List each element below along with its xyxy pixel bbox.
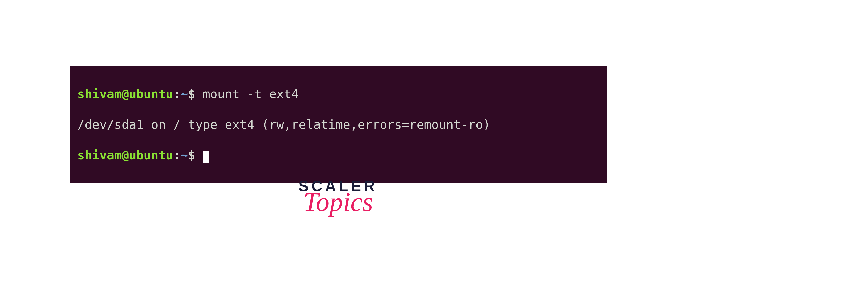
prompt-user: shivam@ubuntu bbox=[77, 148, 173, 162]
terminal-line-2: /dev/sda1 on / type ext4 (rw,relatime,er… bbox=[77, 117, 599, 132]
terminal-window[interactable]: shivam@ubuntu:~$ mount -t ext4 /dev/sda1… bbox=[70, 66, 607, 183]
prompt-user: shivam@ubuntu bbox=[77, 87, 173, 101]
prompt-path: ~ bbox=[181, 148, 188, 162]
prompt-colon: : bbox=[173, 87, 181, 101]
terminal-line-3: shivam@ubuntu:~$ bbox=[77, 148, 599, 163]
prompt-dollar: $ bbox=[188, 87, 203, 101]
terminal-line-1: shivam@ubuntu:~$ mount -t ext4 bbox=[77, 86, 599, 101]
prompt-path: ~ bbox=[181, 87, 188, 101]
prompt-colon: : bbox=[173, 148, 181, 162]
command-output: /dev/sda1 on / type ext4 (rw,relatime,er… bbox=[77, 117, 490, 132]
command-text: mount -t ext4 bbox=[203, 87, 299, 101]
scaler-topics-logo: SCALER Topics bbox=[286, 179, 391, 213]
prompt-dollar: $ bbox=[188, 148, 203, 162]
logo-sub-text: Topics bbox=[286, 191, 391, 213]
cursor-icon bbox=[203, 151, 209, 163]
